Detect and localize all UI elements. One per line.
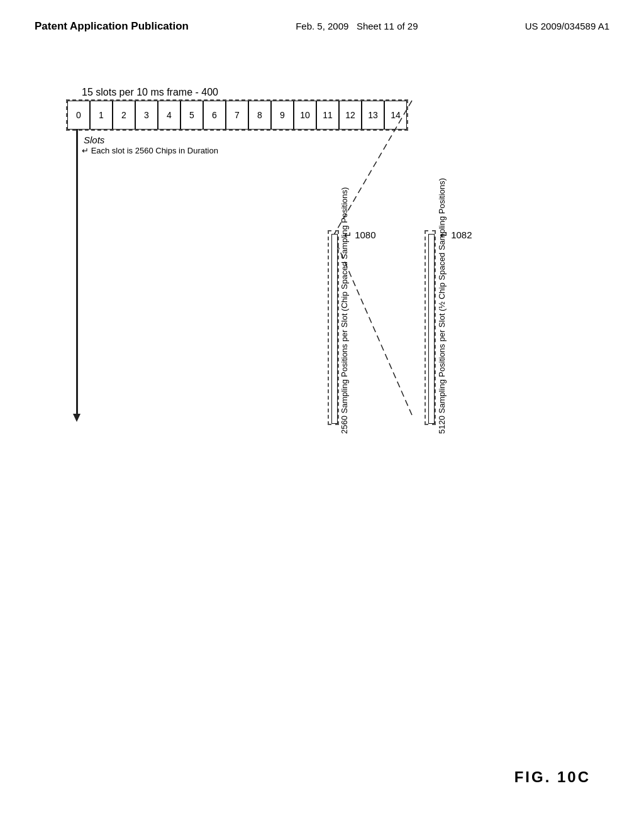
bar-1082-dotted bbox=[425, 230, 436, 425]
slots-label-text: Slots bbox=[84, 135, 104, 145]
slot-10: 10 bbox=[294, 101, 316, 130]
bar-1082-solid bbox=[428, 234, 435, 424]
slot-number-row: 0 1 2 3 4 5 6 7 8 9 10 11 12 13 14 bbox=[67, 101, 407, 130]
bar-1080-dotted bbox=[328, 230, 339, 425]
slot-0: 0 bbox=[67, 101, 90, 130]
slot-dotted-border: 0 1 2 3 4 5 6 7 8 9 10 11 12 13 14 bbox=[66, 99, 408, 131]
slot-7: 7 bbox=[226, 101, 248, 130]
y-axis bbox=[76, 107, 78, 415]
header-center: Feb. 5, 2009 Sheet 11 of 29 bbox=[296, 21, 418, 31]
slot-4: 4 bbox=[158, 101, 180, 130]
header-left: Patent Application Publication bbox=[35, 20, 189, 33]
slot-5: 5 bbox=[180, 101, 203, 130]
down-arrow-icon bbox=[73, 414, 80, 422]
slot-1: 1 bbox=[90, 101, 113, 130]
slot-9: 9 bbox=[271, 101, 294, 130]
bar-1080-solid bbox=[331, 234, 338, 424]
figure-content: 15 slots per 10 ms frame - 400 0 1 2 3 4… bbox=[35, 75, 609, 805]
slot-11: 11 bbox=[316, 101, 339, 130]
header-right: US 2009/034589 A1 bbox=[525, 21, 609, 31]
slot-12: 12 bbox=[339, 101, 362, 130]
frame-label-txt: 15 slots per 10 ms frame - 400 bbox=[82, 87, 218, 98]
bar-1082-description: 5120 Sampling Positions per Slot (½ Chip… bbox=[437, 178, 447, 434]
each-slot-arrow-label: ↵ Each slot is 2560 Chips in Duration bbox=[82, 146, 218, 155]
connecting-lines-svg bbox=[35, 75, 601, 516]
slot-8: 8 bbox=[248, 101, 271, 130]
bar-1080-description: 2560 Sampling Positions per Slot (Chip S… bbox=[340, 187, 349, 434]
slot-14: 14 bbox=[384, 101, 407, 130]
slot-2: 2 bbox=[113, 101, 135, 130]
figure-title-label: FIG. 10C bbox=[514, 768, 591, 786]
slot-13: 13 bbox=[362, 101, 384, 130]
slot-3: 3 bbox=[135, 101, 158, 130]
slot-6: 6 bbox=[203, 101, 226, 130]
